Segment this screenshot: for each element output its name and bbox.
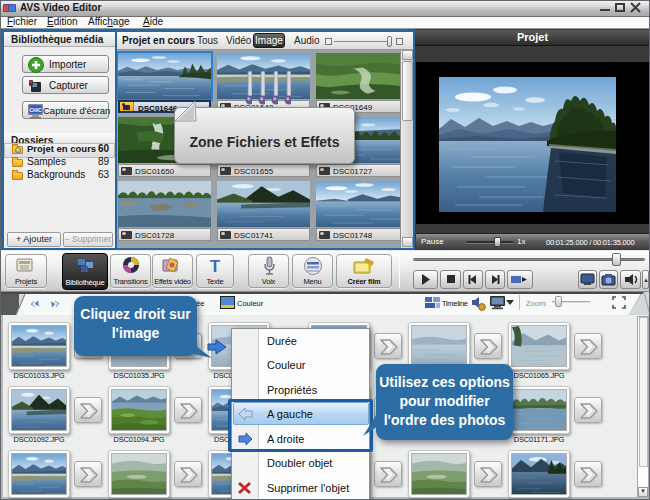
svg-text:CHIC: CHIC <box>29 107 42 113</box>
svg-text:T: T <box>210 257 221 276</box>
